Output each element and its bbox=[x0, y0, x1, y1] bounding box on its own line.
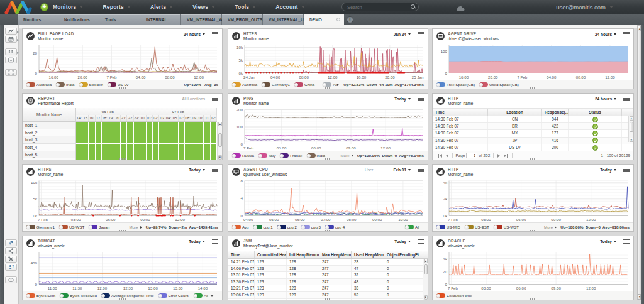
uptime-cell[interactable] bbox=[108, 136, 114, 144]
uptime-cell[interactable] bbox=[140, 122, 147, 129]
widget-menu-icon[interactable] bbox=[623, 96, 630, 101]
legend-toggle[interactable]: US-LV bbox=[108, 82, 129, 87]
resize-handle-icon[interactable] bbox=[530, 230, 538, 231]
uptime-cell[interactable] bbox=[153, 136, 159, 144]
uptime-cell[interactable] bbox=[82, 129, 89, 137]
uptime-cell[interactable] bbox=[76, 129, 82, 137]
table-row[interactable]: 14:30 Feb 07BR422 bbox=[433, 123, 633, 130]
nav-menu-reports[interactable]: Reports bbox=[103, 4, 131, 10]
uptime-cell[interactable] bbox=[147, 144, 153, 151]
uptime-cell[interactable] bbox=[172, 129, 179, 137]
resize-handle-icon[interactable] bbox=[325, 298, 333, 300]
sidebar-line-chart-button[interactable] bbox=[5, 28, 17, 35]
uptime-cell[interactable] bbox=[96, 129, 102, 137]
uptime-cell[interactable] bbox=[121, 129, 127, 137]
uptime-cell[interactable] bbox=[114, 129, 121, 137]
legend-toggle[interactable]: Bytes Received bbox=[60, 293, 97, 298]
column-header[interactable]: Response(... bbox=[542, 109, 569, 116]
nav-menu-alerts[interactable]: Alerts bbox=[150, 4, 173, 10]
column-header[interactable]: Location bbox=[488, 109, 542, 116]
uptime-cell[interactable] bbox=[82, 158, 89, 160]
legend-toggle[interactable]: Free Space(GB) bbox=[436, 82, 475, 87]
uptime-cell[interactable] bbox=[179, 122, 185, 129]
uptime-cell[interactable] bbox=[159, 144, 165, 151]
range-dropdown[interactable]: Today bbox=[600, 168, 616, 172]
range-dropdown[interactable]: Jan 24 bbox=[394, 32, 411, 36]
nav-menu-monitors[interactable]: Monitors bbox=[53, 4, 83, 10]
uptime-cell[interactable] bbox=[102, 129, 108, 137]
resize-handle-icon[interactable] bbox=[119, 298, 127, 300]
legend-toggle[interactable]: Australia bbox=[232, 82, 257, 87]
uptime-cell[interactable] bbox=[197, 151, 204, 159]
sidebar-tools-button[interactable] bbox=[5, 256, 17, 263]
tab-notifications[interactable]: Notifications bbox=[58, 14, 99, 25]
uptime-cell[interactable] bbox=[96, 144, 102, 151]
tab-vm-internal-u[interactable]: VM_INTERNAL_U bbox=[263, 14, 304, 25]
next-page-button[interactable] bbox=[497, 154, 500, 158]
uptime-cell[interactable] bbox=[172, 122, 179, 129]
resize-handle-icon[interactable] bbox=[119, 158, 127, 160]
table-row[interactable]: 14:30 Feb 07US-LV200 bbox=[433, 144, 633, 151]
widget-menu-icon[interactable] bbox=[418, 167, 424, 172]
uptime-cell[interactable] bbox=[159, 136, 165, 144]
column-header[interactable]: Committed Hea... bbox=[255, 251, 287, 258]
search-icon[interactable] bbox=[411, 4, 416, 10]
uptime-cell[interactable] bbox=[89, 158, 95, 160]
uptime-cell[interactable] bbox=[159, 129, 165, 137]
uptime-cell[interactable] bbox=[179, 136, 185, 144]
uptime-cell[interactable] bbox=[179, 151, 185, 159]
uptime-cell[interactable] bbox=[197, 158, 204, 160]
uptime-cell[interactable] bbox=[140, 158, 147, 160]
more-link[interactable]: More bbox=[544, 225, 557, 229]
uptime-cell[interactable] bbox=[82, 151, 89, 159]
uptime-cell[interactable] bbox=[96, 151, 102, 159]
legend-toggle[interactable]: cpu 1 bbox=[253, 225, 273, 229]
uptime-cell[interactable] bbox=[191, 151, 197, 159]
uptime-cell[interactable] bbox=[165, 122, 172, 129]
widget-menu-icon[interactable] bbox=[212, 239, 218, 244]
uptime-cell[interactable] bbox=[185, 129, 191, 137]
uptime-cell[interactable] bbox=[114, 122, 121, 129]
nav-menu-views[interactable]: Views bbox=[192, 4, 215, 10]
uptime-cell[interactable] bbox=[147, 122, 153, 129]
resize-handle-icon[interactable] bbox=[119, 230, 127, 231]
uptime-cell[interactable] bbox=[153, 144, 159, 151]
uptime-cell[interactable] bbox=[147, 136, 153, 144]
scroll-down-icon[interactable]: ▼ bbox=[638, 294, 641, 300]
sidebar-window-button[interactable] bbox=[5, 57, 17, 63]
column-header[interactable]: Used HeapMem... bbox=[352, 251, 384, 258]
uptime-cell[interactable] bbox=[121, 144, 127, 151]
resize-handle-icon[interactable] bbox=[530, 87, 538, 89]
all-toggle[interactable]: All bbox=[194, 293, 214, 298]
tab-vm-from-outs[interactable]: VM_FROM_OUTS bbox=[222, 14, 263, 25]
uptime-cell[interactable] bbox=[76, 122, 82, 129]
widget-menu-icon[interactable] bbox=[623, 167, 630, 172]
legend-toggle[interactable]: Execution time bbox=[436, 293, 472, 298]
close-tab-icon[interactable] bbox=[336, 18, 340, 21]
range-dropdown[interactable]: 24 hours bbox=[595, 97, 616, 101]
range-dropdown[interactable]: 24 hours bbox=[184, 32, 205, 36]
table-scrollbar[interactable]: ▲▼ bbox=[628, 116, 633, 142]
uptime-cell[interactable] bbox=[108, 151, 114, 159]
table-row[interactable]: 14:30 Feb 07CN944 bbox=[433, 116, 633, 123]
uptime-cell[interactable] bbox=[159, 122, 165, 129]
uptime-cell[interactable] bbox=[127, 122, 133, 129]
uptime-cell[interactable] bbox=[197, 122, 204, 129]
uptime-cell[interactable] bbox=[211, 158, 217, 160]
range-dropdown[interactable]: Today bbox=[189, 168, 205, 172]
uptime-cell[interactable] bbox=[96, 158, 102, 160]
legend-toggle[interactable]: Error Count bbox=[158, 293, 189, 298]
last-page-button[interactable] bbox=[504, 154, 508, 158]
column-header[interactable]: Time bbox=[228, 251, 255, 258]
legend-toggle[interactable]: Japan bbox=[89, 225, 109, 229]
uptime-cell[interactable] bbox=[127, 144, 133, 151]
legend-toggle[interactable]: China bbox=[294, 82, 314, 87]
report-scrollbar[interactable]: ▲▼ bbox=[217, 122, 222, 160]
uptime-cell[interactable] bbox=[153, 129, 159, 137]
uptime-cell[interactable] bbox=[153, 158, 159, 160]
widget-menu-icon[interactable] bbox=[418, 239, 424, 244]
widget-menu-icon[interactable] bbox=[418, 96, 424, 101]
table-row[interactable]: 14:06 Feb 07123128247470 bbox=[228, 266, 428, 273]
uptime-cell[interactable] bbox=[172, 158, 179, 160]
table-row[interactable]: 13:36 Feb 07123128247480 bbox=[228, 279, 428, 286]
